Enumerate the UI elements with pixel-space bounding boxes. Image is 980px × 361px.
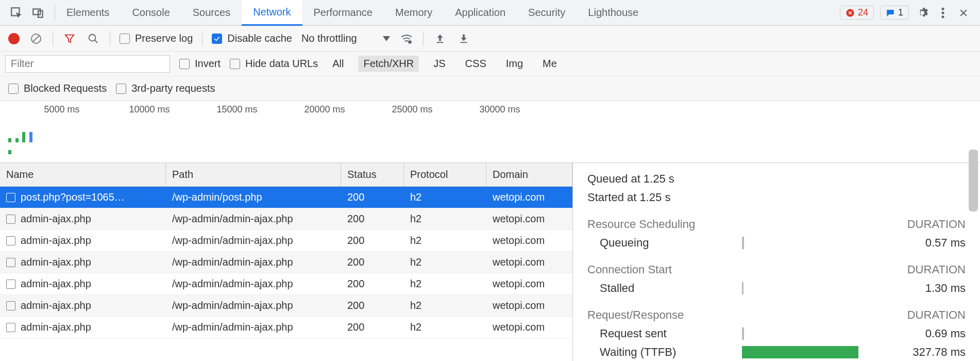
kebab-icon[interactable]: [936, 6, 950, 20]
tab-lighthouse[interactable]: Lighthouse: [577, 0, 650, 26]
row-protocol: h2: [404, 317, 486, 338]
thirdparty-label: 3rd-party requests: [131, 83, 215, 94]
download-har-icon[interactable]: [457, 31, 471, 46]
row-path: /wp-admin/post.php: [166, 187, 341, 208]
tab-performance[interactable]: Performance: [302, 0, 384, 26]
request-response-header: Request/Response: [587, 308, 684, 322]
message-badge[interactable]: 1: [880, 6, 909, 20]
blocked-requests-label: Blocked Requests: [24, 83, 107, 94]
search-icon[interactable]: [86, 31, 100, 46]
row-checkbox[interactable]: [6, 193, 15, 202]
gear-icon[interactable]: [915, 6, 930, 20]
filter-media[interactable]: Me: [537, 56, 562, 72]
row-checkbox[interactable]: [6, 215, 15, 224]
filter-img[interactable]: Img: [501, 56, 528, 72]
tab-sources[interactable]: Sources: [181, 0, 242, 26]
tab-network[interactable]: Network: [242, 0, 302, 26]
row-status: 200: [341, 230, 404, 251]
row-path: /wp-admin/admin-ajax.php: [166, 252, 341, 273]
error-badge[interactable]: 24: [840, 6, 874, 20]
tab-security[interactable]: Security: [517, 0, 577, 26]
waiting-value: 327.78 ms: [860, 346, 966, 359]
row-status: 200: [341, 273, 404, 294]
filter-funnel-icon[interactable]: [62, 31, 77, 46]
clear-icon[interactable]: [29, 31, 43, 46]
overview-waveform: [8, 132, 37, 143]
svg-rect-1: [33, 9, 40, 14]
inspect-icon[interactable]: [9, 6, 24, 20]
row-domain: wetopi.com: [486, 252, 572, 273]
tab-console[interactable]: Console: [121, 0, 181, 26]
duration-header: DURATION: [907, 263, 966, 276]
stalled-label: Stalled: [587, 282, 742, 295]
scrollbar-thumb[interactable]: [969, 150, 978, 211]
disable-cache-checkbox[interactable]: [212, 34, 222, 44]
filter-js[interactable]: JS: [428, 56, 450, 72]
tab-memory[interactable]: Memory: [384, 0, 444, 26]
row-domain: wetopi.com: [486, 317, 572, 338]
queued-at: Queued at 1.25 s: [587, 172, 966, 186]
row-status: 200: [341, 252, 404, 273]
record-button[interactable]: [8, 33, 20, 44]
table-row[interactable]: admin-ajax.php/wp-admin/admin-ajax.php20…: [0, 317, 572, 338]
blocked-bar: Blocked Requests 3rd-party requests: [0, 76, 980, 101]
svg-point-5: [941, 11, 944, 14]
duration-header: DURATION: [907, 308, 966, 322]
table-row[interactable]: post.php?post=1065…/wp-admin/post.php200…: [0, 187, 572, 208]
invert-checkbox[interactable]: [179, 59, 190, 69]
table-row[interactable]: admin-ajax.php/wp-admin/admin-ajax.php20…: [0, 273, 572, 295]
close-icon[interactable]: [956, 6, 971, 20]
row-checkbox[interactable]: [6, 280, 15, 289]
filter-fetch-xhr[interactable]: Fetch/XHR: [358, 56, 419, 72]
waiting-bar: [742, 346, 858, 358]
request-sent-bar: [742, 327, 744, 340]
col-path[interactable]: Path: [166, 163, 341, 186]
tab-elements[interactable]: Elements: [55, 0, 121, 26]
hide-data-urls-checkbox[interactable]: [230, 59, 240, 69]
overview-timeline[interactable]: 5000 ms 10000 ms 15000 ms 20000 ms 25000…: [0, 101, 980, 163]
filter-css[interactable]: CSS: [460, 56, 492, 72]
row-checkbox[interactable]: [6, 323, 15, 332]
preserve-log-checkbox[interactable]: [120, 34, 130, 44]
row-checkbox[interactable]: [6, 301, 15, 310]
row-name: admin-ajax.php: [21, 321, 91, 333]
col-status[interactable]: Status: [341, 163, 404, 186]
table-row[interactable]: admin-ajax.php/wp-admin/admin-ajax.php20…: [0, 230, 572, 252]
row-name: admin-ajax.php: [21, 256, 91, 268]
col-domain[interactable]: Domain: [486, 163, 572, 186]
svg-rect-10: [436, 42, 443, 43]
connection-start-header: Connection Start: [587, 263, 672, 276]
network-conditions-icon[interactable]: [399, 31, 414, 46]
device-toggle-icon[interactable]: [31, 6, 45, 20]
filter-input[interactable]: [5, 55, 170, 73]
col-name[interactable]: Name: [0, 163, 166, 186]
row-path: /wp-admin/admin-ajax.php: [166, 208, 341, 229]
row-name: post.php?post=1065…: [21, 191, 125, 203]
tab-application[interactable]: Application: [444, 0, 517, 26]
row-protocol: h2: [404, 273, 486, 294]
row-checkbox[interactable]: [6, 258, 15, 267]
timing-panel: Queued at 1.25 s Started at 1.25 s Resou…: [573, 163, 980, 361]
row-domain: wetopi.com: [486, 230, 572, 251]
devtools-main-tabs: Elements Console Sources Network Perform…: [0, 0, 980, 26]
table-row[interactable]: admin-ajax.php/wp-admin/admin-ajax.php20…: [0, 252, 572, 273]
request-sent-label: Request sent: [587, 327, 742, 340]
row-protocol: h2: [404, 252, 486, 273]
upload-har-icon[interactable]: [433, 31, 447, 46]
col-protocol[interactable]: Protocol: [404, 163, 486, 186]
filter-all[interactable]: All: [327, 56, 349, 72]
row-domain: wetopi.com: [486, 187, 572, 208]
row-protocol: h2: [404, 208, 486, 229]
request-table: Name Path Status Protocol Domain post.ph…: [0, 163, 573, 361]
table-row[interactable]: admin-ajax.php/wp-admin/admin-ajax.php20…: [0, 295, 572, 317]
throttling-select[interactable]: No throttling: [301, 32, 390, 44]
row-path: /wp-admin/admin-ajax.php: [166, 230, 341, 251]
blocked-requests-checkbox[interactable]: [8, 84, 19, 94]
preserve-log-label: Preserve log: [135, 32, 193, 44]
thirdparty-checkbox[interactable]: [116, 84, 126, 94]
row-checkbox[interactable]: [6, 236, 15, 245]
row-domain: wetopi.com: [486, 295, 572, 316]
row-path: /wp-admin/admin-ajax.php: [166, 317, 341, 338]
hide-data-urls-label: Hide data URLs: [245, 58, 318, 70]
table-row[interactable]: admin-ajax.php/wp-admin/admin-ajax.php20…: [0, 208, 572, 230]
